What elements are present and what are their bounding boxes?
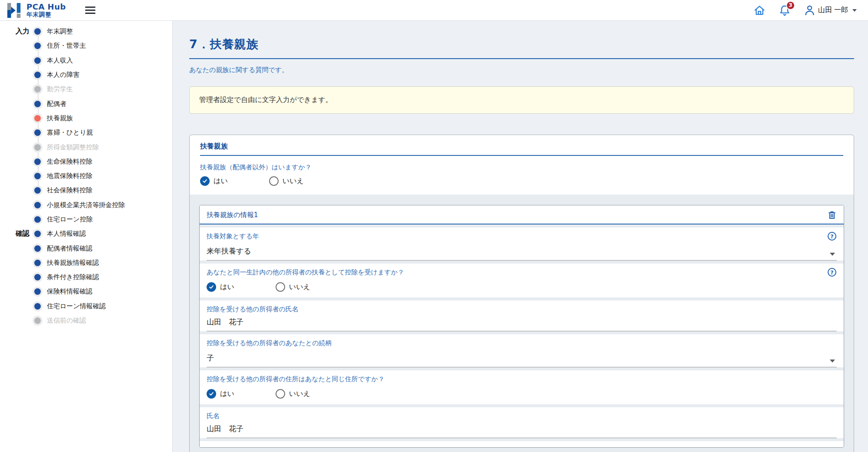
step-dot-icon[interactable]: [34, 274, 41, 280]
app-title: PCA Hub: [26, 3, 66, 11]
sidebar-step-item[interactable]: 配偶者: [8, 96, 172, 111]
step-label[interactable]: 社会保険料控除: [47, 186, 92, 195]
sidebar-step-item[interactable]: 寡婦・ひとり親: [8, 125, 172, 140]
radio-unchecked-icon: [276, 389, 285, 399]
sidebar-step-item[interactable]: 送信前の確認: [8, 313, 172, 328]
select-caret-icon: [830, 253, 835, 256]
sidebar-step-item[interactable]: 小規模企業共済等掛金控除: [8, 198, 172, 212]
help-button[interactable]: ?: [827, 231, 837, 241]
text-input[interactable]: 山田 花子: [207, 424, 837, 438]
step-dot-icon[interactable]: [34, 86, 41, 92]
step-dot-icon[interactable]: [34, 245, 41, 252]
sidebar-step-item[interactable]: 住所・世帯主: [8, 39, 172, 53]
sidebar-step-item[interactable]: 住宅ローン控除: [8, 212, 172, 227]
sidebar-step-item[interactable]: 入力 年末調整: [8, 24, 172, 39]
radio-question-row: あなたと同一生計内の他の所得者の扶養として控除を受けますか？ ? はい いいえ: [200, 264, 844, 297]
step-label[interactable]: 配偶者: [47, 100, 66, 108]
step-label[interactable]: 住宅ローン情報確認: [47, 302, 106, 310]
step-label[interactable]: 小規模企業共済等掛金控除: [47, 201, 125, 209]
next-field-row-partial: [200, 441, 844, 447]
step-label[interactable]: 住宅ローン控除: [47, 215, 93, 224]
step-label[interactable]: 扶養親族: [47, 114, 73, 122]
step-dot-icon[interactable]: [34, 317, 41, 324]
step-dot-icon[interactable]: [34, 288, 41, 295]
sidebar-step-item[interactable]: 所得金額調整控除: [8, 140, 172, 154]
radio-no[interactable]: いいえ: [276, 282, 310, 292]
notifications-button[interactable]: 3: [779, 4, 791, 16]
step-dot-icon[interactable]: [34, 144, 41, 151]
select-input[interactable]: 来年扶養する: [207, 246, 837, 261]
home-button[interactable]: [753, 4, 766, 16]
sidebar-step-item[interactable]: 保険料情報確認: [8, 284, 172, 299]
step-dot-icon[interactable]: [34, 216, 41, 223]
step-label[interactable]: 住所・世帯主: [47, 42, 86, 50]
select-field-row: 控除を受ける他の所得者のあなたとの続柄 ? 子: [200, 334, 844, 367]
step-dot-icon[interactable]: [34, 43, 41, 49]
step-dot-icon[interactable]: [34, 115, 41, 122]
step-sidebar: 入力 年末調整 住所・世帯主 本人収入 本人の障害 勤労学生 配偶者 扶養親族 …: [0, 21, 172, 452]
step-dot-icon[interactable]: [34, 158, 41, 165]
delete-dependent-button[interactable]: [827, 210, 837, 220]
step-label[interactable]: 条件付き控除確認: [47, 273, 99, 281]
sidebar-step-item[interactable]: 住宅ローン情報確認: [8, 299, 172, 313]
text-input[interactable]: 山田 花子: [207, 317, 837, 331]
step-label[interactable]: 配偶者情報確認: [47, 244, 92, 253]
sidebar-step-item[interactable]: 勤労学生: [8, 82, 172, 96]
stepper-list: 入力 年末調整 住所・世帯主 本人収入 本人の障害 勤労学生 配偶者 扶養親族 …: [8, 24, 172, 328]
app-header: PCA Hub 年末調整 3 山田 一郎: [0, 0, 868, 21]
step-label[interactable]: 地震保険料控除: [47, 172, 92, 180]
step-label[interactable]: 生命保険料控除: [47, 158, 92, 166]
main-content: 7．扶養親族 あなたの親族に関する質問です。 管理者設定で自由に文字入力ができま…: [172, 21, 868, 452]
select-caret-icon: [830, 360, 835, 363]
step-dot-icon[interactable]: [34, 260, 41, 266]
sidebar-step-item[interactable]: 確認 本人情報確認: [8, 227, 172, 241]
sidebar-step-item[interactable]: 本人収入: [8, 53, 172, 68]
radio-unchecked-icon: [276, 282, 285, 292]
radio-yes[interactable]: はい: [207, 389, 234, 399]
step-dot-icon[interactable]: [34, 187, 41, 194]
step-dot-icon[interactable]: [34, 72, 41, 78]
step-dot-icon[interactable]: [34, 303, 41, 310]
radio-yes[interactable]: はい: [200, 176, 228, 186]
sidebar-step-item[interactable]: 地震保険料控除: [8, 169, 172, 183]
step-label[interactable]: 勤労学生: [47, 85, 73, 93]
step-label[interactable]: 本人情報確認: [47, 230, 86, 238]
step-dot-icon[interactable]: [34, 231, 41, 237]
step-label[interactable]: 本人収入: [47, 56, 73, 65]
help-icon: ?: [827, 267, 837, 277]
section-title: 扶養親族: [200, 142, 843, 156]
sidebar-step-item[interactable]: 配偶者情報確認: [8, 241, 172, 255]
radio-no[interactable]: いいえ: [276, 389, 310, 399]
step-dot-icon[interactable]: [34, 101, 41, 107]
menu-hamburger-icon[interactable]: [85, 7, 95, 14]
sidebar-step-item[interactable]: 本人の障害: [8, 68, 172, 82]
sidebar-step-item[interactable]: 生命保険料控除: [8, 155, 172, 169]
help-button[interactable]: ?: [827, 267, 837, 277]
step-label[interactable]: 年末調整: [47, 27, 73, 36]
sidebar-step-item[interactable]: 条件付き控除確認: [8, 270, 172, 284]
trash-icon: [827, 210, 837, 220]
app-logo[interactable]: PCA Hub 年末調整: [6, 2, 66, 19]
step-label[interactable]: 扶養親族情報確認: [47, 259, 99, 267]
step-label[interactable]: 保険料情報確認: [47, 287, 92, 296]
sidebar-step-item[interactable]: 社会保険料控除: [8, 183, 172, 198]
user-menu[interactable]: 山田 一郎: [804, 4, 857, 16]
radio-yes[interactable]: はい: [207, 282, 234, 292]
step-dot-icon[interactable]: [34, 173, 41, 179]
select-input[interactable]: 子: [207, 353, 837, 367]
step-label[interactable]: 所得金額調整控除: [47, 143, 99, 152]
step-label[interactable]: 本人の障害: [47, 71, 79, 79]
step-label[interactable]: 寡婦・ひとり親: [47, 129, 93, 137]
dependent-fields: 扶養対象とする年 ? 来年扶養する あなたと同一生計内の他の所得者の扶養として控…: [200, 228, 844, 438]
home-icon: [753, 4, 766, 16]
step-dot-icon[interactable]: [34, 202, 41, 208]
step-label[interactable]: 送信前の確認: [47, 317, 86, 325]
svg-text:?: ?: [830, 233, 833, 240]
step-dot-icon[interactable]: [34, 57, 41, 64]
step-dot-icon[interactable]: [34, 129, 41, 136]
radio-no[interactable]: いいえ: [269, 176, 304, 186]
step-dot-icon[interactable]: [34, 28, 41, 35]
notification-badge: 3: [786, 1, 795, 10]
sidebar-step-item[interactable]: 扶養親族: [8, 111, 172, 125]
sidebar-step-item[interactable]: 扶養親族情報確認: [8, 256, 172, 270]
